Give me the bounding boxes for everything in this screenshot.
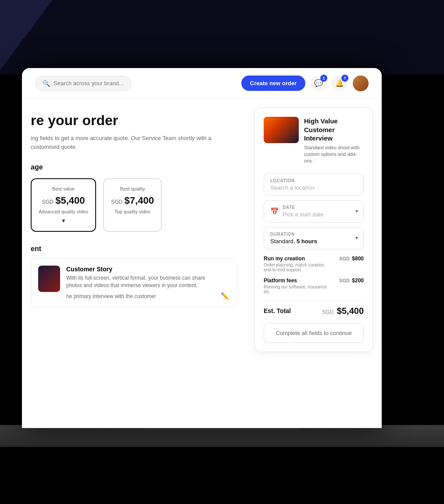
content-footer: he primary interview with the customer (66, 293, 215, 300)
left-panel: re your order ing fields to get a more a… (22, 99, 250, 428)
duration-field[interactable]: DURATION Standard, 5 hours ▾ (264, 227, 364, 249)
package-price-0: $5,400 (55, 195, 85, 206)
packages-row: Best value SGD $5,400 Advanced quality v… (31, 178, 237, 232)
search-input[interactable] (54, 80, 124, 86)
location-field-group: LOCATION Search a location (264, 173, 364, 196)
total-amount: $5,400 (337, 306, 364, 316)
content-thumbnail (38, 266, 60, 292)
search-bar[interactable]: 🔍 (35, 76, 132, 91)
avatar-image (353, 76, 369, 91)
platform-fees-currency: SGD (339, 278, 350, 283)
search-icon: 🔍 (43, 80, 50, 87)
total-amount-group: SGD $5,400 (322, 306, 364, 316)
run-my-creation-info: Run my creation Order planning, match cu… (264, 256, 334, 272)
package-price-row-1: SGD $7,400 (111, 195, 154, 206)
package-price-1: $7,400 (125, 195, 154, 206)
date-field-group: 📅 DATE Pick a start date ▾ (264, 200, 364, 223)
order-header-info: High Value Customer Interview Standard v… (304, 117, 364, 165)
duration-hours: 5 hours (297, 238, 317, 245)
total-row: Est. Total SGD $5,400 (264, 306, 364, 316)
background-top (0, 0, 444, 75)
calendar-icon: 📅 (270, 207, 279, 216)
order-header: High Value Customer Interview Standard v… (264, 117, 364, 165)
avatar[interactable] (353, 76, 369, 91)
order-title: High Value Customer Interview (304, 117, 364, 143)
package-tag-1: Best quality (111, 186, 154, 191)
date-field-row: 📅 DATE Pick a start date ▾ (270, 205, 357, 218)
location-field[interactable]: LOCATION Search a location (264, 173, 364, 196)
order-thumbnail (264, 117, 299, 143)
run-my-creation-currency: SGD (339, 256, 350, 261)
run-my-creation-amount: SGD $800 (339, 256, 364, 262)
package-currency-0: SGD (42, 199, 54, 205)
content-thumbnail-image (38, 266, 60, 292)
header-actions: Create new order 💬 1 🔔 7 (241, 76, 369, 91)
duration-chevron-icon: ▾ (355, 235, 358, 241)
package-desc-1: Top quality video (111, 209, 154, 214)
main-content: re your order ing fields to get a more a… (22, 99, 382, 428)
content-title: Customer Story (66, 266, 215, 273)
laptop-frame: 🔍 Create new order 💬 1 🔔 7 (22, 68, 382, 428)
platform-fees-row: Platform fees Running our software, insu… (264, 277, 364, 294)
package-section-label: age (31, 163, 237, 171)
platform-fees-amount: SGD $200 (339, 277, 364, 284)
date-field[interactable]: 📅 DATE Pick a start date ▾ (264, 200, 364, 223)
complete-fields-button[interactable]: Complete all fields to continue (264, 323, 364, 343)
header: 🔍 Create new order 💬 1 🔔 7 (22, 68, 382, 99)
edit-icon[interactable]: ✏️ (221, 292, 229, 300)
date-value: Pick a start date (283, 211, 323, 218)
content-card: Customer Story With its full-screen, ver… (31, 258, 237, 307)
duration-value: Standard, 5 hours (270, 238, 357, 245)
run-my-creation-price: $800 (352, 256, 364, 262)
pricing-section: Run my creation Order planning, match cu… (264, 256, 364, 294)
right-panel: High Value Customer Interview Standard v… (250, 99, 382, 428)
chat-button[interactable]: 💬 1 (311, 76, 326, 91)
notification-badge: 7 (341, 75, 348, 82)
content-description: With its full-screen, vertical format, y… (66, 274, 215, 289)
order-subtitle: Standard video shoot with custom options… (304, 144, 364, 165)
package-chevron-0: ▼ (39, 218, 88, 224)
notification-button[interactable]: 🔔 7 (332, 76, 347, 91)
content-info: Customer Story With its full-screen, ver… (66, 266, 215, 300)
page-subtitle: ing fields to get a more accurate quote.… (31, 134, 237, 151)
location-value: Search a location (270, 184, 357, 191)
platform-fees-name: Platform fees (264, 277, 334, 284)
date-label: DATE (283, 205, 323, 210)
background-triangle (0, 0, 53, 70)
package-desc-0: Advanced quality video (39, 209, 88, 214)
laptop-screen: 🔍 Create new order 💬 1 🔔 7 (22, 68, 382, 428)
package-best-value[interactable]: Best value SGD $5,400 Advanced quality v… (31, 178, 96, 232)
platform-fees-price: $200 (352, 277, 364, 284)
date-chevron-icon: ▾ (355, 208, 358, 214)
platform-fees-info: Platform fees Running our software, insu… (264, 277, 334, 294)
package-tag-0: Best value (39, 186, 88, 191)
run-my-creation-name: Run my creation (264, 256, 334, 262)
run-my-creation-row: Run my creation Order planning, match cu… (264, 256, 364, 272)
create-new-order-button[interactable]: Create new order (241, 76, 305, 91)
order-card: High Value Customer Interview Standard v… (254, 108, 373, 352)
duration-label: DURATION (270, 232, 357, 237)
platform-fees-desc: Running our software, insurance etc (264, 284, 334, 294)
run-my-creation-desc: Order planning, match curation, end-to-e… (264, 263, 334, 272)
location-label: LOCATION (270, 178, 357, 183)
chat-badge: 1 (320, 75, 327, 82)
duration-field-group: DURATION Standard, 5 hours ▾ (264, 227, 364, 249)
total-label: Est. Total (264, 307, 291, 314)
total-divider (264, 300, 364, 301)
package-best-quality[interactable]: Best quality SGD $7,400 Top quality vide… (103, 178, 162, 232)
order-thumbnail-image (264, 117, 299, 143)
package-price-row-0: SGD $5,400 (39, 195, 88, 206)
total-currency: SGD (322, 309, 333, 315)
package-currency-1: SGD (111, 199, 122, 205)
page-title: re your order (31, 112, 237, 129)
content-section-label: ent (31, 245, 237, 253)
date-field-content: DATE Pick a start date (283, 205, 323, 218)
laptop-base (0, 425, 444, 447)
